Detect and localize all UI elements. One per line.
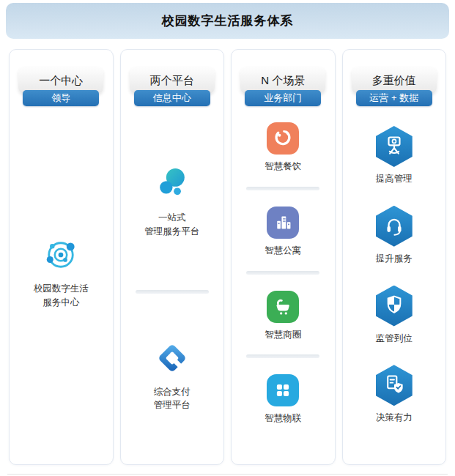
improve-management-icon — [376, 126, 413, 167]
bottom-divider — [7, 474, 448, 475]
section-divider — [246, 354, 319, 358]
smart-dining-icon — [267, 122, 299, 155]
column-badge: 领导 — [23, 90, 99, 106]
columns-container: 一个中心 领导 — [9, 49, 446, 465]
column-body: 校园数字生活 服务中心 — [34, 106, 89, 464]
item-label: 提高管理 — [376, 172, 413, 186]
column-two-platforms: 两个平台 信息中心 一站式 管理服务 — [120, 49, 225, 465]
platform-item: 一站式 管理服务平台 — [144, 165, 199, 239]
improve-service-icon — [376, 206, 413, 247]
column-n-scenes: N 个场景 业务部门 智慧餐饮 — [231, 49, 336, 465]
value-item: 监管到位 — [376, 286, 413, 346]
page-title: 校园数字生活服务体系 — [162, 12, 294, 29]
platform-item: 综合支付 管理平台 — [153, 339, 191, 413]
section-divider — [246, 187, 319, 190]
item-label: 智慧商圈 — [265, 328, 301, 342]
column-badge: 信息中心 — [134, 90, 210, 106]
campus-digital-life-diagram: 校园数字生活服务体系 一个中心 领导 — [0, 3, 455, 476]
scene-item: 智慧公寓 — [265, 207, 301, 258]
section-divider — [136, 290, 209, 294]
page-title-banner: 校园数字生活服务体系 — [6, 3, 449, 39]
item-label: 监管到位 — [376, 332, 413, 346]
column-head: N 个场景 业务部门 — [232, 50, 335, 106]
item-label: 智慧餐饮 — [265, 160, 301, 174]
scene-item: 智慧商圈 — [265, 291, 301, 342]
smart-mall-icon — [267, 291, 299, 323]
value-item: 提升服务 — [376, 206, 413, 266]
decision-icon — [376, 365, 413, 406]
supervision-icon — [376, 286, 413, 327]
column-badge: 运营 + 数据 — [356, 90, 432, 106]
center-item: 校园数字生活 服务中心 — [34, 236, 89, 310]
column-head: 两个平台 信息中心 — [121, 50, 224, 106]
network-center-icon — [42, 236, 80, 277]
item-label: 智慧物联 — [265, 412, 301, 425]
smart-iot-icon — [267, 374, 299, 406]
item-label: 综合支付 管理平台 — [154, 385, 190, 413]
smart-apartment-icon — [267, 207, 299, 239]
column-badge: 业务部门 — [245, 90, 321, 106]
item-label: 决策有力 — [376, 411, 413, 425]
item-label: 提升服务 — [376, 252, 413, 266]
column-one-center: 一个中心 领导 — [9, 49, 114, 465]
scene-item: 智慧餐饮 — [265, 122, 301, 174]
item-label: 一站式 管理服务平台 — [144, 211, 199, 239]
column-head: 多重价值 运营 + 数据 — [343, 50, 446, 106]
section-divider — [246, 271, 319, 275]
column-multi-values: 多重价值 运营 + 数据 提高管理 — [342, 49, 447, 465]
column-head: 一个中心 领导 — [10, 50, 113, 106]
value-item: 决策有力 — [376, 365, 413, 425]
one-stop-platform-icon — [153, 165, 191, 206]
item-label: 智慧公寓 — [265, 244, 301, 258]
value-item: 提高管理 — [376, 126, 413, 186]
payment-platform-icon — [153, 339, 191, 380]
scene-item: 智慧物联 — [265, 374, 301, 425]
item-label: 校园数字生活 服务中心 — [34, 282, 89, 310]
